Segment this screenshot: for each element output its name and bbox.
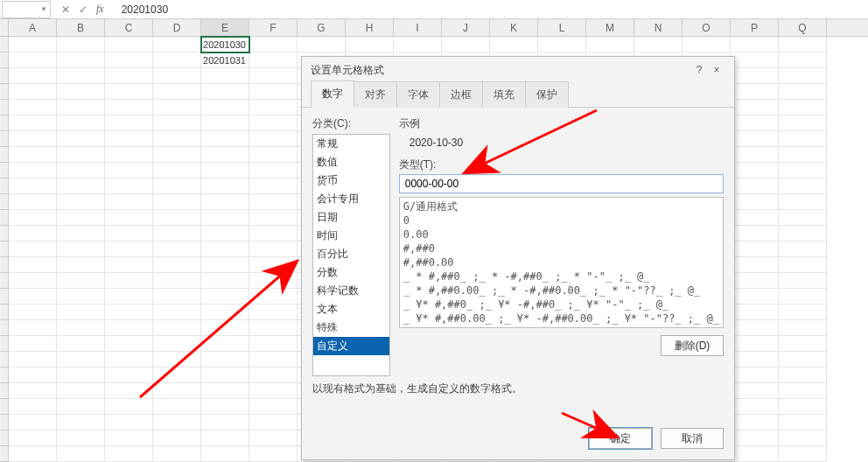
cell[interactable] — [249, 116, 298, 131]
cell[interactable] — [57, 383, 105, 399]
cell[interactable] — [153, 100, 201, 116]
type-input[interactable] — [399, 174, 724, 193]
cell[interactable] — [779, 257, 827, 273]
cell[interactable] — [153, 37, 201, 52]
cell[interactable] — [731, 320, 779, 336]
format-codes-list[interactable]: G/通用格式00.00#,##0#,##0.00_ * #,##0_ ;_ * … — [399, 197, 724, 328]
cell[interactable] — [105, 289, 153, 304]
cell[interactable] — [201, 163, 249, 178]
cell[interactable] — [9, 399, 57, 415]
cell[interactable] — [57, 304, 105, 320]
cell[interactable] — [153, 163, 201, 178]
cell[interactable] — [346, 37, 394, 52]
cell[interactable] — [57, 368, 105, 383]
cell[interactable] — [249, 84, 298, 100]
cell[interactable] — [201, 147, 249, 163]
fx-icon[interactable]: fx — [96, 3, 104, 16]
cell[interactable] — [779, 163, 827, 178]
cell[interactable] — [9, 368, 57, 383]
cell[interactable] — [201, 352, 249, 368]
cell[interactable] — [153, 242, 201, 257]
col-header[interactable]: G — [298, 19, 346, 36]
cell[interactable] — [57, 242, 105, 257]
cell[interactable] — [731, 304, 779, 320]
tab-number[interactable]: 数字 — [311, 80, 354, 108]
cell[interactable] — [249, 430, 298, 446]
col-header[interactable]: O — [682, 19, 731, 36]
cell[interactable] — [731, 399, 779, 415]
cell[interactable]: 20201030 — [201, 37, 249, 52]
cell[interactable] — [105, 131, 153, 147]
cell[interactable] — [153, 415, 201, 430]
cell[interactable] — [249, 147, 298, 163]
cell[interactable] — [249, 194, 298, 210]
cell[interactable] — [249, 131, 298, 147]
cell[interactable] — [249, 68, 298, 84]
cell[interactable] — [9, 415, 57, 430]
cell[interactable] — [57, 320, 105, 336]
format-code-item[interactable]: _ * #,##0_ ;_ * -#,##0_ ;_ * "-"_ ;_ @_ — [403, 270, 719, 284]
cell[interactable] — [731, 430, 779, 446]
cell[interactable] — [105, 446, 153, 462]
tab-font[interactable]: 字体 — [396, 81, 440, 108]
cell[interactable] — [779, 68, 827, 84]
format-code-item[interactable]: #,##0;-#,##0 — [403, 326, 719, 328]
cell[interactable] — [779, 430, 827, 446]
tab-alignment[interactable]: 对齐 — [354, 81, 397, 108]
cell[interactable] — [201, 304, 249, 320]
cell[interactable] — [779, 116, 827, 131]
category-item[interactable]: 货币 — [313, 172, 389, 190]
cell[interactable] — [57, 210, 105, 226]
cell[interactable] — [249, 100, 298, 116]
cell[interactable] — [153, 257, 201, 273]
cell[interactable] — [731, 415, 779, 430]
cell[interactable] — [682, 37, 731, 52]
tab-fill[interactable]: 填充 — [482, 81, 526, 108]
cell[interactable] — [249, 399, 298, 415]
confirm-edit-icon[interactable]: ✓ — [79, 4, 88, 16]
category-item[interactable]: 自定义 — [313, 337, 389, 355]
cell[interactable] — [201, 131, 249, 147]
col-header[interactable]: P — [731, 19, 779, 36]
cell[interactable] — [249, 163, 298, 178]
cell[interactable] — [105, 368, 153, 383]
category-item[interactable]: 文本 — [313, 300, 389, 318]
cell[interactable] — [9, 446, 57, 462]
tab-border[interactable]: 边框 — [439, 81, 483, 108]
cell[interactable] — [731, 257, 779, 273]
cell[interactable] — [9, 147, 57, 163]
cell[interactable] — [731, 446, 779, 462]
cancel-edit-icon[interactable]: ✕ — [61, 4, 70, 16]
format-code-item[interactable]: _ * #,##0.00_ ;_ * -#,##0.00_ ;_ * "-"??… — [403, 284, 719, 298]
cell[interactable] — [249, 383, 298, 399]
cell[interactable] — [731, 210, 779, 226]
cell[interactable] — [249, 37, 298, 52]
cell[interactable] — [105, 84, 153, 100]
cell[interactable] — [9, 304, 57, 320]
cell[interactable] — [634, 37, 682, 52]
cell[interactable] — [779, 210, 827, 226]
cell[interactable] — [779, 304, 827, 320]
cell[interactable] — [731, 273, 779, 289]
cell[interactable] — [201, 446, 249, 462]
col-header[interactable]: N — [634, 19, 682, 36]
cell[interactable] — [9, 257, 57, 273]
cell[interactable] — [105, 399, 153, 415]
cell[interactable] — [779, 273, 827, 289]
cell[interactable] — [249, 368, 298, 383]
cell[interactable] — [9, 320, 57, 336]
cell[interactable] — [538, 37, 586, 52]
cell[interactable] — [201, 368, 249, 383]
cell[interactable] — [731, 84, 779, 100]
cell[interactable] — [201, 399, 249, 415]
cell[interactable] — [105, 257, 153, 273]
tab-protection[interactable]: 保护 — [525, 81, 569, 108]
format-code-item[interactable]: #,##0 — [403, 242, 719, 256]
cell[interactable] — [731, 116, 779, 131]
cell[interactable] — [249, 446, 298, 462]
cell[interactable] — [779, 37, 827, 52]
cell[interactable] — [779, 368, 827, 383]
cell[interactable] — [779, 336, 827, 352]
cell[interactable] — [153, 147, 201, 163]
cell[interactable] — [57, 415, 105, 430]
